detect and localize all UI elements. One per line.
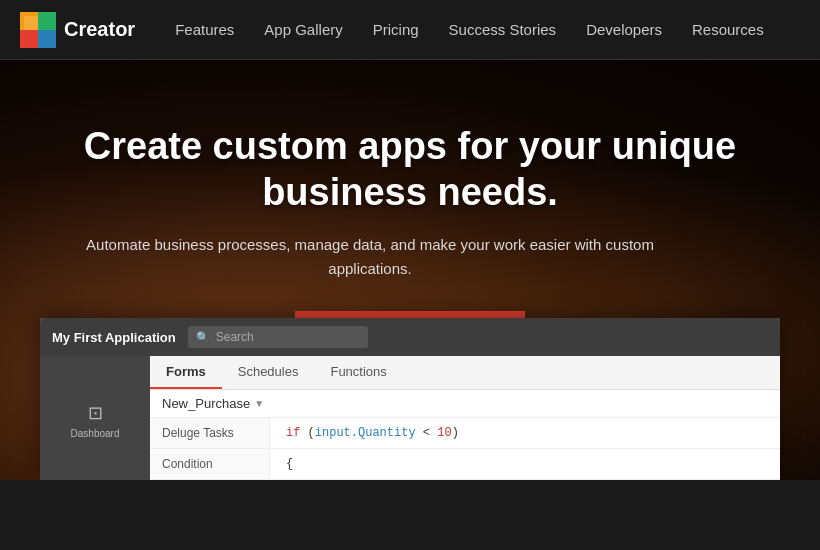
sidebar-dashboard-label: Dashboard <box>71 428 120 439</box>
code-paren-open: ( <box>308 426 315 440</box>
app-preview-title: My First Application <box>52 330 176 345</box>
navbar: Creator Features App Gallery Pricing Suc… <box>0 0 820 60</box>
form-name: New_Purchase ▼ <box>162 396 264 411</box>
code-var: input.Quantity <box>315 426 416 440</box>
svg-rect-0 <box>20 30 38 48</box>
form-name-row: New_Purchase ▼ <box>150 390 780 418</box>
row-label-condition: Condition <box>150 449 270 479</box>
table-row: Condition { <box>150 449 780 480</box>
nav-links: Features App Gallery Pricing Success Sto… <box>175 21 764 39</box>
app-tabs: Forms Schedules Functions <box>150 356 780 390</box>
form-dropdown-icon: ▼ <box>254 398 264 409</box>
code-value: 10 <box>437 426 451 440</box>
nav-item-developers[interactable]: Developers <box>586 21 662 39</box>
search-icon: 🔍 <box>196 331 210 344</box>
app-sidebar-top <box>40 356 150 390</box>
app-preview-body: ⊡ Dashboard New_Purchase ▼ Deluge Tasks <box>40 390 780 480</box>
app-preview-header: My First Application 🔍 Search <box>40 318 780 356</box>
brand-name: Creator <box>64 18 135 41</box>
logo-icon <box>20 12 56 48</box>
nav-item-success-stories[interactable]: Success Stories <box>449 21 557 39</box>
app-search-bar[interactable]: 🔍 Search <box>188 326 368 348</box>
tab-schedules[interactable]: Schedules <box>222 356 315 389</box>
logo[interactable]: Creator <box>20 12 135 48</box>
app-sidebar: ⊡ Dashboard <box>40 390 150 480</box>
app-content-area: New_Purchase ▼ Deluge Tasks if (input.Qu… <box>150 390 780 480</box>
hero-title: Create custom apps for your unique busin… <box>80 124 740 215</box>
code-keyword: if <box>286 426 308 440</box>
nav-item-app-gallery[interactable]: App Gallery <box>264 21 342 39</box>
tabs-container: Forms Schedules Functions <box>40 356 780 390</box>
nav-item-pricing[interactable]: Pricing <box>373 21 419 39</box>
nav-item-resources[interactable]: Resources <box>692 21 764 39</box>
hero-section: Create custom apps for your unique busin… <box>0 60 820 480</box>
code-operator: < <box>416 426 438 440</box>
app-preview-panel: My First Application 🔍 Search Forms Sche… <box>40 318 780 480</box>
code-paren-close: ) <box>452 426 459 440</box>
tab-functions[interactable]: Functions <box>314 356 402 389</box>
search-placeholder: Search <box>216 330 254 344</box>
svg-rect-3 <box>38 30 56 48</box>
table-row: Deluge Tasks if (input.Quantity < 10) <box>150 418 780 449</box>
code-line-2: { <box>270 449 309 479</box>
code-brace: { <box>286 457 293 471</box>
svg-rect-4 <box>24 16 38 30</box>
code-line-1: if (input.Quantity < 10) <box>270 418 475 448</box>
nav-item-features[interactable]: Features <box>175 21 234 39</box>
hero-subtitle: Automate business processes, manage data… <box>80 233 660 281</box>
svg-rect-2 <box>38 12 56 30</box>
tab-forms[interactable]: Forms <box>150 356 222 389</box>
dashboard-icon: ⊡ <box>88 402 103 424</box>
row-label-deluge: Deluge Tasks <box>150 418 270 448</box>
